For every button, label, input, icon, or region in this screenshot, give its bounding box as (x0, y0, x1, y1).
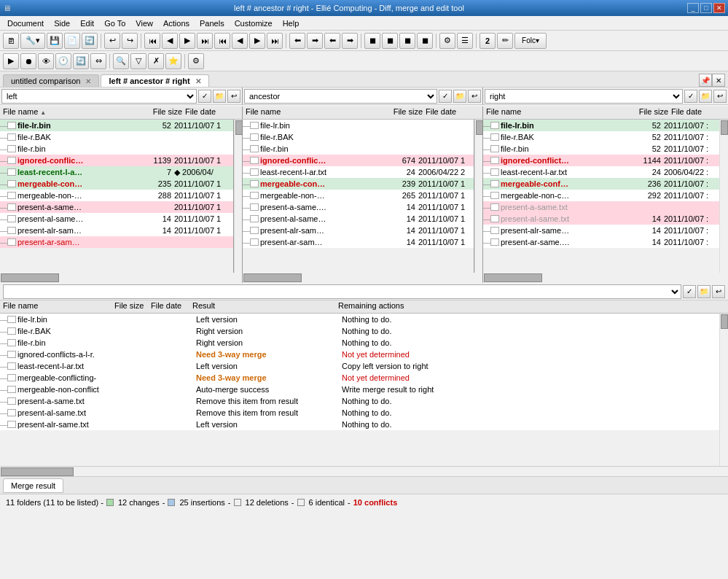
right-browse-btn[interactable]: 📁 (699, 90, 712, 103)
merge-reload-btn[interactable]: ↩ (712, 285, 725, 298)
merge-table-row[interactable]: — present-al-same.txt Remove this item f… (0, 407, 719, 419)
left-vscroll[interactable] (234, 120, 243, 273)
left-hscroll-thumb[interactable] (1, 273, 59, 282)
table-row[interactable]: — file-r.bin (0, 143, 233, 155)
ancestor-vscroll-thumb[interactable] (476, 120, 483, 135)
table-row[interactable]: — present-alr-same.txt 14 2011/10/07 1 (0, 225, 233, 236)
tb2-rec[interactable]: ⏺ (20, 53, 36, 69)
tb-fold[interactable]: Folc▾ (514, 33, 547, 49)
table-row[interactable]: — present-al-same.txt 14 2011/10/07 1 (243, 213, 474, 225)
right-path-select[interactable]: right (485, 89, 683, 104)
merge-check-btn[interactable]: ✓ (683, 285, 696, 298)
table-row[interactable]: — present-alr-same.txt 14 2011/10/07 1 (243, 225, 474, 236)
right-hscroll[interactable] (483, 273, 728, 283)
tb-nav2[interactable]: ◀ (162, 33, 178, 49)
menu-customize[interactable]: Customize (230, 18, 277, 29)
table-row[interactable]: — mergeable-conflicting- 236 2011/10/07 … (483, 178, 719, 190)
tb-merge3[interactable]: ◼ (399, 33, 415, 49)
table-row[interactable]: — least-recent-l-ar.txt 7 ◆ 2006/04/ (0, 166, 233, 178)
tb-copy4[interactable]: ➡ (342, 33, 358, 49)
tb-view1[interactable]: ⚙ (439, 33, 455, 49)
tab-untitled[interactable]: untitled comparison ✕ (3, 74, 99, 87)
table-row[interactable]: — mergeable-conflicting- 235 2011/10/07 … (0, 178, 233, 190)
left-filesize-header[interactable]: File size (151, 106, 184, 119)
menu-goto[interactable]: Go To (100, 18, 130, 29)
tb-nav6[interactable]: ◀ (232, 33, 248, 49)
merge-hscroll-thumb[interactable] (1, 467, 74, 476)
ancestor-hscroll-thumb[interactable] (243, 273, 302, 282)
table-row[interactable]: — present-alr-same.txt 14 2011/10/07 : (483, 225, 719, 236)
anc-filedate-header[interactable]: File date (424, 106, 482, 119)
ancestor-browse-btn[interactable]: 📁 (453, 90, 466, 103)
tb-copy1[interactable]: ⬅ (289, 33, 305, 49)
tab-untitled-close[interactable]: ✕ (85, 77, 91, 85)
tab-pin[interactable]: 📌 (699, 74, 712, 87)
left-reload-btn[interactable]: ↩ (227, 90, 240, 103)
table-row[interactable]: — present-al-same.txt 14 2011/10/07 1 (0, 213, 233, 225)
table-row[interactable]: — least-recent-l-ar.txt 24 2006/04/22 : (483, 166, 719, 178)
table-row[interactable]: — present-ar-same.txt (0, 236, 233, 248)
right-reload-btn[interactable]: ↩ (713, 90, 727, 103)
merge-file-list[interactable]: — file-lr.bin Left version Nothing to do… (0, 314, 719, 466)
menu-document[interactable]: Document (3, 18, 48, 29)
tab-comparison[interactable]: left # ancestor # right ✕ (101, 74, 208, 87)
menu-edit[interactable]: Edit (76, 18, 98, 29)
merge-table-row[interactable]: — present-alr-same.txt Left version Noth… (0, 419, 719, 430)
menu-actions[interactable]: Actions (159, 18, 194, 29)
table-row[interactable]: — mergeable-non-conflict 265 2011/10/07 … (243, 190, 474, 201)
tb-nav7[interactable]: ▶ (249, 33, 265, 49)
left-check-btn[interactable]: ✓ (198, 90, 211, 103)
table-row[interactable]: — present-al-same.txt 14 2011/10/07 : (483, 213, 719, 225)
menu-side[interactable]: Side (50, 18, 74, 29)
tb2-star[interactable]: ⭐ (165, 53, 181, 69)
merge-table-row[interactable]: — file-lr.bin Left version Nothing to do… (0, 314, 719, 325)
table-row[interactable]: — ignored-conflicts-a-l-r. 1139 2011/10/… (0, 155, 233, 166)
tb-open[interactable]: 🔧▾ (20, 33, 45, 49)
tb-saveas[interactable]: 📄 (64, 33, 80, 49)
right-filename-header[interactable]: File name (483, 106, 637, 119)
left-path-select[interactable]: left (1, 89, 197, 104)
tb-redo[interactable]: ↪ (122, 33, 138, 49)
table-row[interactable]: — file-r.bin 52 2011/10/07 : (483, 143, 719, 155)
table-row[interactable]: — present-a-same.txt 14 2011/10/07 1 (243, 201, 474, 213)
menu-view[interactable]: View (131, 18, 157, 29)
anc-filesize-header[interactable]: File size (391, 106, 424, 119)
tb-nav1[interactable]: ⏮ (144, 33, 160, 49)
ancestor-reload-btn[interactable]: ↩ (468, 90, 481, 103)
tb2-play[interactable]: ▶ (3, 53, 19, 69)
merge-fsize-header[interactable]: File size (113, 300, 149, 313)
right-filedate-header[interactable]: File date (670, 106, 728, 119)
table-row[interactable]: — mergeable-non-conflict 292 2011/10/07 … (483, 190, 719, 201)
left-filedate-header[interactable]: File date (184, 106, 242, 119)
tb2-filter1[interactable]: 🔍 (113, 53, 129, 69)
tb-merge2[interactable]: ◼ (382, 33, 398, 49)
ancestor-path-select[interactable]: ancestor (244, 89, 437, 104)
table-row[interactable]: — present-a-same.txt (483, 201, 719, 213)
tb-nav4[interactable]: ⏭ (197, 33, 213, 49)
tb2-filter2[interactable]: ▽ (130, 53, 146, 69)
tb2-watch[interactable]: 👁 (38, 53, 54, 69)
merge-table-row[interactable]: — least-recent-l-ar.txt Left version Cop… (0, 360, 719, 372)
right-vscroll-thumb[interactable] (721, 120, 728, 135)
anc-filename-header[interactable]: File name (243, 106, 391, 119)
table-row[interactable]: — file-r.BAK (243, 131, 474, 143)
bottom-tab-merge-result[interactable]: Merge result (3, 478, 63, 493)
left-file-list[interactable]: — file-lr.bin 52 2011/10/07 1 — file-r.B… (0, 120, 234, 273)
left-filename-header[interactable]: File name ▲ (0, 106, 151, 119)
merge-result-header[interactable]: Result (189, 300, 335, 313)
minimize-button[interactable]: _ (687, 3, 699, 13)
merge-table-row[interactable]: — mergeable-conflicting- Need 3-way merg… (0, 372, 719, 384)
tab-close-all[interactable]: ✕ (712, 74, 725, 87)
menu-help[interactable]: Help (278, 18, 304, 29)
table-row[interactable]: — least-recent-l-ar.txt 24 2006/04/22 2 (243, 166, 474, 178)
table-row[interactable]: — ignored-conflicts-a-l-r. 1144 2011/10/… (483, 155, 719, 166)
tb-merge1[interactable]: ◼ (364, 33, 380, 49)
tb-refresh[interactable]: 🔄 (82, 33, 98, 49)
tb-copy2[interactable]: ➡ (307, 33, 323, 49)
table-row[interactable]: — file-r.bin (243, 143, 474, 155)
merge-fdate-header[interactable]: File date (149, 300, 189, 313)
table-row[interactable]: — file-lr.bin 52 2011/10/07 1 (0, 120, 233, 131)
tab-comparison-close[interactable]: ✕ (195, 77, 201, 85)
table-row[interactable]: — present-a-same.txt 2011/10/07 1 (0, 201, 233, 213)
merge-table-row[interactable]: — file-r.BAK Right version Nothing to do… (0, 325, 719, 337)
